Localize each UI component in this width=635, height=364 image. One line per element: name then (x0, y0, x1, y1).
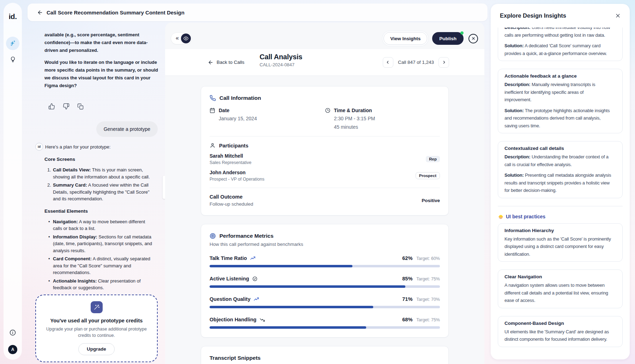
prototype-canvas: « View Insights Publish Back to Calls Ca… (165, 23, 484, 364)
arrow-left-icon (208, 60, 213, 65)
chevron-left-icon (386, 60, 390, 65)
user-message-bubble: Generate a prototype (96, 121, 158, 137)
insight-card: Contextualized call details Description:… (498, 141, 623, 198)
progress-track (210, 265, 440, 267)
thumbs-down-button[interactable] (63, 103, 69, 110)
view-insights-button[interactable]: View Insights (383, 32, 427, 45)
construction-worker-icon (498, 214, 504, 220)
chevron-right-icon (442, 60, 446, 65)
progress-fill (210, 285, 405, 288)
time-item: Time & Duration 2:30 PM - 3:15 PM 45 min… (325, 108, 440, 130)
close-icon (615, 13, 621, 18)
lightbulb-nav-button[interactable] (6, 53, 19, 66)
call-info-heading: Call Information (219, 95, 261, 101)
performance-metrics-card: Performance Metrics How this call perfor… (201, 224, 449, 338)
list-item: •Navigation: A way to move between diffe… (35, 218, 158, 232)
info-icon (9, 329, 16, 336)
back-to-calls-link[interactable]: Back to Calls (208, 60, 244, 65)
assistant-avatar: id (35, 143, 43, 151)
insight-card: Description: Users need immediate visibi… (498, 28, 623, 61)
check-circle-icon (252, 276, 258, 281)
next-call-button[interactable] (439, 57, 449, 68)
progress-track (210, 285, 440, 288)
info-button[interactable] (6, 326, 19, 339)
metric-row: Question Quality 71%Target: 70% (210, 296, 440, 308)
credits-title: You've used all your prototype credits (42, 318, 151, 323)
assistant-message-p1: available (e.g., score percentage, senti… (44, 31, 158, 54)
participants-icon (210, 142, 216, 148)
page-title: Call Score Recommendation Summary Conten… (47, 10, 185, 16)
close-prototype-button[interactable] (468, 34, 478, 43)
prospect-badge: Prospect (416, 172, 440, 179)
thumbs-up-button[interactable] (48, 103, 55, 110)
duration-value: 45 minutes (334, 124, 440, 130)
close-icon (471, 36, 476, 41)
chat-panel: available (e.g., score percentage, senti… (35, 31, 158, 362)
practice-card: Information Hierarchy Key information su… (498, 223, 623, 262)
metrics-heading: Performance Metrics (219, 233, 273, 239)
ui-best-practices-heading: UI best practices (498, 214, 623, 220)
clock-icon (325, 108, 331, 113)
target-icon (210, 233, 216, 239)
plan-intro-text: Here's a plan for your prototype: (45, 144, 110, 150)
progress-track (210, 326, 440, 329)
upgrade-button[interactable]: Upgrade (78, 343, 115, 355)
date-value: January 15, 2024 (219, 115, 325, 122)
transcript-heading: Transcript Snippets (210, 355, 440, 361)
progress-fill (210, 326, 366, 329)
collapse-icon[interactable]: « (173, 35, 181, 42)
trending-up-icon (250, 256, 255, 261)
phone-icon (210, 95, 216, 101)
thumbs-up-icon (48, 103, 55, 110)
call-outcome-row: Call Outcome Follow-up scheduled Positiv… (210, 194, 440, 207)
core-screens-heading: Core Screens (44, 157, 158, 162)
sparkles-icon (9, 40, 16, 47)
progress-fill (210, 306, 373, 308)
progress-track (210, 306, 440, 308)
magic-wand-icon (91, 301, 103, 313)
call-analysis-title: Call Analysis (260, 53, 302, 61)
preview-toggle[interactable]: « (171, 32, 192, 44)
practice-card: Clear Navigation A navigation system all… (498, 269, 623, 308)
metric-row: Objection Handling 68%Target: 75% (210, 317, 440, 329)
practice-card: Component-Based Design UI elements like … (498, 316, 623, 347)
insights-panel: Explore Design Insights Description: Use… (491, 4, 630, 359)
prototype-body: Call Information Date January 15, 2024 T (165, 77, 484, 364)
arrow-left-icon (37, 10, 43, 16)
copy-button[interactable] (77, 103, 84, 110)
header-back-button[interactable] (37, 10, 43, 16)
user-avatar[interactable]: A (8, 345, 17, 354)
participant-row: Sarah Mitchell Sales Representative Rep (210, 153, 440, 165)
app-header: Call Score Recommendation Summary Conten… (28, 4, 488, 21)
transcript-snippets-card: Transcript Snippets (201, 346, 449, 364)
insights-scroll-area[interactable]: Description: Users need immediate visibi… (498, 28, 623, 354)
list-item: •Card Component: A distinct, visually se… (35, 255, 158, 276)
trending-up-icon (254, 297, 259, 302)
progress-fill (210, 265, 352, 267)
call-information-card: Call Information Date January 15, 2024 T (201, 86, 449, 216)
app-logo: id. (9, 12, 17, 21)
icon-sidebar: id. A (4, 3, 22, 360)
lightbulb-icon (10, 56, 16, 63)
prototype-header: Back to Calls Call Analysis CALL-2024-08… (165, 49, 484, 76)
sparkle-nav-button[interactable] (6, 37, 19, 50)
outcome-badge: Positive (422, 198, 440, 203)
assistant-message-p2: Would you like to iterate on the languag… (44, 59, 158, 90)
publish-status-dot (460, 31, 464, 35)
eye-button[interactable] (181, 34, 191, 43)
trending-down-icon (260, 317, 265, 322)
calendar-icon (210, 108, 215, 113)
list-item: 2.Summary Card: A focused view within th… (35, 182, 158, 202)
publish-button[interactable]: Publish (432, 32, 464, 45)
pager-label: Call 847 of 1,243 (398, 60, 434, 65)
close-insights-button[interactable] (615, 13, 621, 18)
eye-icon (183, 36, 188, 41)
credits-card: You've used all your prototype credits U… (35, 295, 158, 362)
prev-call-button[interactable] (383, 57, 393, 68)
insight-card: Actionable feedback at a glance Descript… (498, 69, 623, 133)
metrics-subheading: How this call performed against benchmar… (210, 242, 440, 247)
list-item: •Actionable Insights: Clear presentation… (35, 278, 158, 291)
essential-elements-heading: Essential Elements (44, 208, 158, 214)
thumbs-down-icon (63, 103, 69, 110)
call-id: CALL-2024-0847 (260, 62, 302, 67)
